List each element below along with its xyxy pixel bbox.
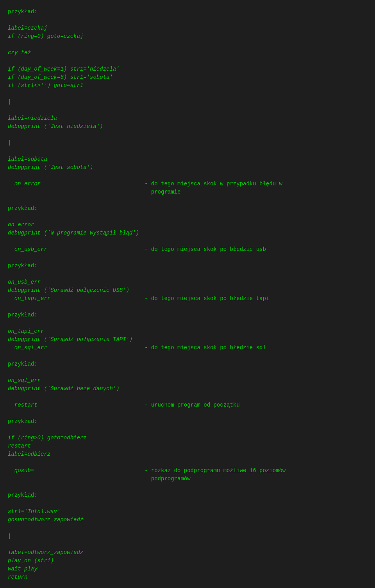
code-line xyxy=(8,368,367,377)
code-line: on_sql_err xyxy=(8,377,367,385)
code-line: label=odtworz_zapowiedz xyxy=(8,549,367,557)
code-line: if (ring=0) goto=czekaj xyxy=(8,32,367,41)
code-line xyxy=(8,213,367,221)
code-line xyxy=(8,319,367,327)
command-label: on_sql_err xyxy=(8,344,141,352)
code-line: | xyxy=(8,139,367,147)
code-line xyxy=(8,303,367,311)
code-line: gosub=odtworz_zapowiedź xyxy=(8,516,367,524)
command-label: restart xyxy=(8,401,141,409)
code-line: | xyxy=(8,532,367,540)
code-line: przykład: xyxy=(8,417,367,426)
code-line: przykład: xyxy=(8,204,367,213)
code-line: if (ring>0) goto=odbierz xyxy=(8,434,367,442)
command-label: gosub= xyxy=(8,467,141,483)
code-line: label=odbierz xyxy=(8,450,367,458)
code-line: play_on (str1) xyxy=(8,557,367,565)
code-line xyxy=(8,172,367,180)
command-description: - do tego miejsca skok po błędzie usb xyxy=(141,245,367,254)
code-line: label=niedziela xyxy=(8,114,367,123)
code-line: on_tapi_err xyxy=(8,327,367,336)
code-line xyxy=(8,409,367,417)
code-line: przykład: xyxy=(8,262,367,270)
code-line xyxy=(8,352,367,360)
code-line: label=sobota xyxy=(8,155,367,163)
two-col-row: on_error- do tego miejsca skok w przypad… xyxy=(8,180,367,196)
code-line xyxy=(8,540,367,549)
code-line xyxy=(8,237,367,245)
code-line xyxy=(8,16,367,24)
code-line xyxy=(8,499,367,508)
main-content: przykład: label=czekajif (ring=0) goto=c… xyxy=(8,8,367,588)
command-description: - do tego miejsca skok po błędzie tapi xyxy=(141,295,367,303)
two-col-row: on_sql_err- do tego miejsca skok po błęd… xyxy=(8,344,367,352)
command-description: - uruchom program od początku xyxy=(141,401,367,409)
two-col-row: gosub=- rozkaz do podprogramu możliwe 16… xyxy=(8,467,367,483)
code-line: if (day_of_week=1) str1='niedzela' xyxy=(8,65,367,73)
code-line xyxy=(8,393,367,401)
code-line: if (str1<>'') goto=str1 xyxy=(8,82,367,90)
code-line xyxy=(8,581,367,588)
code-line: if (day_of_week=6) str1='sobota' xyxy=(8,73,367,82)
command-description: - rozkaz do podprogramu możliwe 16 pozio… xyxy=(141,467,367,483)
command-description: - do tego miejsca skok po błędzie sql xyxy=(141,344,367,352)
code-line: przykład: xyxy=(8,360,367,368)
code-line xyxy=(8,483,367,491)
code-line xyxy=(8,41,367,49)
code-line: przykład: xyxy=(8,8,367,16)
code-line: debugprint ('Sprawdź połączenie USB') xyxy=(8,286,367,295)
code-line: debugprint ('Jest niedziela') xyxy=(8,123,367,131)
two-col-row: restart- uruchom program od początku xyxy=(8,401,367,409)
code-line: restart xyxy=(8,442,367,450)
two-col-row: on_usb_err- do tego miejsca skok po błęd… xyxy=(8,245,367,254)
code-line: debugprint ('W programie wystąpił błąd') xyxy=(8,229,367,237)
code-line: przykład: xyxy=(8,311,367,319)
code-line: on_usb_err xyxy=(8,278,367,286)
code-line: on_error xyxy=(8,221,367,229)
code-line: debugprint ('Jest sobota') xyxy=(8,163,367,172)
command-label: on_tapi_err xyxy=(8,295,141,303)
two-col-row: on_tapi_err- do tego miejsca skok po błę… xyxy=(8,295,367,303)
code-line xyxy=(8,57,367,65)
code-line xyxy=(8,254,367,262)
command-label: on_error xyxy=(8,180,141,196)
code-line xyxy=(8,131,367,139)
code-line: debugprint ('Sprawdź połączenie TAPI') xyxy=(8,336,367,344)
code-line xyxy=(8,524,367,532)
code-line: przykład: xyxy=(8,491,367,499)
code-line: czy też xyxy=(8,49,367,57)
code-line: str1='Info1.wav' xyxy=(8,508,367,516)
code-line xyxy=(8,458,367,467)
code-line xyxy=(8,147,367,155)
code-line: | xyxy=(8,98,367,106)
code-line: wait_play xyxy=(8,565,367,573)
code-line xyxy=(8,106,367,114)
code-line: return xyxy=(8,573,367,581)
command-label: on_usb_err xyxy=(8,245,141,254)
code-line xyxy=(8,196,367,204)
code-line xyxy=(8,426,367,434)
code-line xyxy=(8,270,367,278)
command-description: - do tego miejsca skok w przypadku błędu… xyxy=(141,180,367,196)
code-line: debugprint ('Sprawdź bazę danych') xyxy=(8,385,367,393)
code-line xyxy=(8,90,367,98)
code-line: label=czekaj xyxy=(8,24,367,32)
